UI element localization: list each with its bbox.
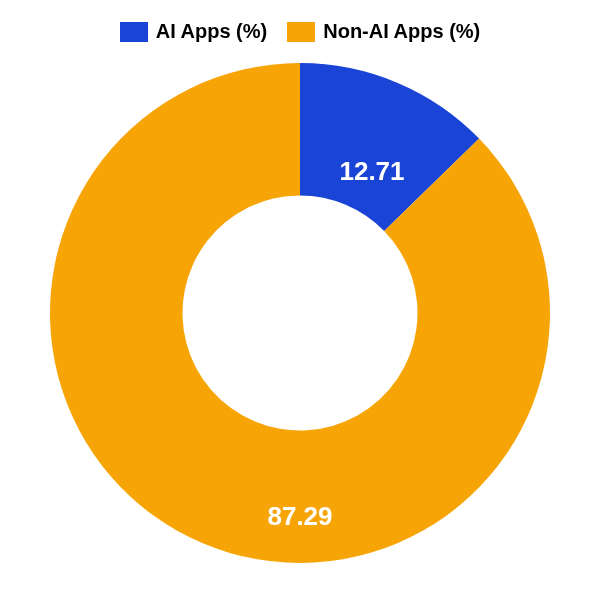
slice-label-ai: 12.71 [339,156,404,187]
legend-label-ai: AI Apps (%) [156,20,267,43]
legend: AI Apps (%) Non-AI Apps (%) [0,0,600,43]
legend-item-ai: AI Apps (%) [120,20,267,43]
slice-label-nonai: 87.29 [267,501,332,532]
donut-chart: 12.71 87.29 [0,43,600,583]
legend-swatch-nonai [287,22,315,42]
legend-swatch-ai [120,22,148,42]
legend-label-nonai: Non-AI Apps (%) [323,20,480,43]
donut-svg [40,53,560,573]
legend-item-nonai: Non-AI Apps (%) [287,20,480,43]
